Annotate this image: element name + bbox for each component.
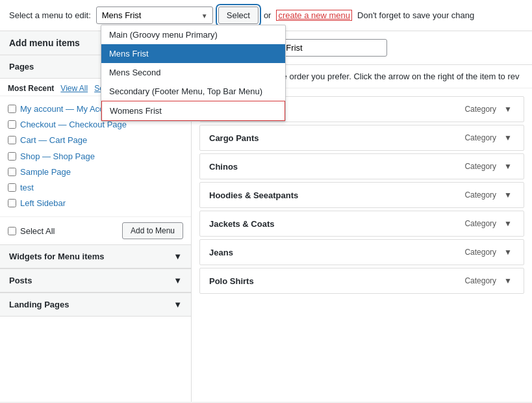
list-item: test bbox=[8, 180, 183, 196]
dropdown-item-main[interactable]: Main (Groovy menu Primary) bbox=[101, 25, 285, 44]
select-all-label: Select All bbox=[20, 226, 55, 236]
menu-item-type: Category bbox=[464, 133, 496, 142]
menu-select-wrapper: Mens Frist ▼ bbox=[96, 6, 213, 24]
menu-select-dropdown[interactable]: Mens Frist bbox=[96, 6, 213, 24]
select-menu-label: Select a menu to edit: bbox=[9, 10, 91, 20]
dropdown-item-mens-second[interactable]: Mens Second bbox=[101, 63, 285, 82]
list-item: Shop — Shop Page bbox=[8, 149, 183, 164]
landing-pages-chevron-icon: ▼ bbox=[173, 300, 182, 309]
menu-item-expand-button[interactable]: ▼ bbox=[501, 218, 514, 229]
posts-chevron-icon: ▼ bbox=[173, 276, 182, 285]
tab-most-recent[interactable]: Most Recent bbox=[8, 84, 54, 93]
top-bar: Select a menu to edit: Mens Frist ▼ Sele… bbox=[0, 0, 532, 31]
pages-section-title: Pages bbox=[9, 62, 34, 72]
list-item: Sample Page bbox=[8, 164, 183, 180]
page-checkbox-checkout[interactable] bbox=[8, 120, 16, 129]
page-checkbox-shop[interactable] bbox=[8, 152, 16, 161]
menu-item-name: Cargo Pants bbox=[209, 133, 259, 143]
widgets-section: Widgets for Menu items ▼ bbox=[0, 244, 191, 268]
menu-item-right: Category ▼ bbox=[464, 218, 514, 229]
menu-item-name: Jackets & Coats bbox=[209, 219, 274, 229]
page-label-shop[interactable]: Shop — Shop Page bbox=[20, 151, 95, 162]
menu-item-right: Category ▼ bbox=[464, 161, 514, 172]
landing-pages-section: Landing Pages ▼ bbox=[0, 292, 191, 317]
table-row: Polo Shirts Category ▼ bbox=[199, 268, 524, 294]
menu-item-name: Polo Shirts bbox=[209, 276, 254, 286]
menu-item-type: Category bbox=[464, 190, 496, 200]
select-all-checkbox[interactable] bbox=[8, 227, 16, 235]
posts-section: Posts ▼ bbox=[0, 268, 191, 292]
menu-dropdown-overlay: Main (Groovy menu Primary) Mens Frist Me… bbox=[101, 25, 286, 122]
menu-item-expand-button[interactable]: ▼ bbox=[501, 132, 514, 144]
or-text: or bbox=[264, 10, 272, 20]
list-item: Cart — Cart Page bbox=[8, 133, 183, 148]
page-label-cart[interactable]: Cart — Cart Page bbox=[20, 135, 87, 146]
menu-item-right: Category ▼ bbox=[464, 189, 514, 201]
landing-pages-section-title: Landing Pages bbox=[9, 300, 69, 309]
page-checkbox-sample-page[interactable] bbox=[8, 168, 16, 176]
page-label-test[interactable]: test bbox=[20, 182, 34, 194]
menu-item-expand-button[interactable]: ▼ bbox=[501, 103, 514, 115]
widgets-chevron-icon: ▼ bbox=[173, 252, 182, 261]
menu-item-type: Category bbox=[464, 105, 496, 114]
menu-item-right: Category ▼ bbox=[464, 275, 514, 287]
table-row: Hoodies & Seeatpants Category ▼ bbox=[199, 182, 524, 208]
add-to-menu-button[interactable]: Add to Menu bbox=[122, 222, 183, 239]
page-checkbox-test[interactable] bbox=[8, 183, 16, 192]
tab-view-all[interactable]: View All bbox=[60, 84, 88, 93]
dont-forget-text: Don't forget to save your chang bbox=[357, 10, 474, 20]
pages-footer: Select All Add to Menu bbox=[0, 216, 191, 244]
page-label-sample-page[interactable]: Sample Page bbox=[20, 166, 71, 178]
menu-item-type: Category bbox=[464, 162, 496, 171]
menu-item-name: Chinos bbox=[209, 162, 238, 172]
menu-item-name: Jeans bbox=[209, 248, 233, 257]
dropdown-item-secondary[interactable]: Secondary (Footer Menu, Top Bar Menu) bbox=[101, 82, 285, 101]
widgets-section-header[interactable]: Widgets for Menu items ▼ bbox=[0, 245, 191, 268]
posts-section-title: Posts bbox=[9, 276, 32, 285]
dropdown-item-womens-frist[interactable]: Womens Frist bbox=[101, 101, 285, 121]
menu-item-type: Category bbox=[464, 219, 496, 228]
menu-item-right: Category ▼ bbox=[464, 246, 514, 258]
select-button[interactable]: Select bbox=[218, 6, 259, 24]
menu-item-expand-button[interactable]: ▼ bbox=[501, 189, 514, 201]
table-row: Jeans Category ▼ bbox=[199, 239, 524, 265]
menu-item-name: Hoodies & Seeatpants bbox=[209, 190, 298, 200]
table-row: Cargo Pants Category ▼ bbox=[199, 125, 524, 151]
menu-item-expand-button[interactable]: ▼ bbox=[501, 161, 514, 172]
table-row: Chinos Category ▼ bbox=[199, 153, 524, 179]
menu-item-expand-button[interactable]: ▼ bbox=[501, 246, 514, 258]
dropdown-item-mens-frist[interactable]: Mens Frist bbox=[101, 44, 285, 63]
page-checkbox-my-account[interactable] bbox=[8, 105, 16, 113]
menu-item-type: Category bbox=[464, 276, 496, 285]
landing-pages-section-header[interactable]: Landing Pages ▼ bbox=[0, 293, 191, 317]
table-row: Jackets & Coats Category ▼ bbox=[199, 211, 524, 237]
widgets-section-title: Widgets for Menu items bbox=[9, 252, 105, 261]
menu-item-expand-button[interactable]: ▼ bbox=[501, 275, 514, 287]
posts-section-header[interactable]: Posts ▼ bbox=[0, 269, 191, 292]
page-label-left-sidebar[interactable]: Left Sidebar bbox=[20, 198, 66, 209]
menu-item-right: Category ▼ bbox=[464, 132, 514, 144]
select-all-row: Select All bbox=[8, 226, 55, 236]
list-item: Left Sidebar bbox=[8, 196, 183, 211]
page-checkbox-left-sidebar[interactable] bbox=[8, 199, 16, 207]
page-checkbox-cart[interactable] bbox=[8, 136, 16, 144]
menu-item-type: Category bbox=[464, 248, 496, 257]
create-new-menu-link[interactable]: create a new menu bbox=[276, 10, 352, 21]
menu-item-right: Category ▼ bbox=[464, 103, 514, 115]
